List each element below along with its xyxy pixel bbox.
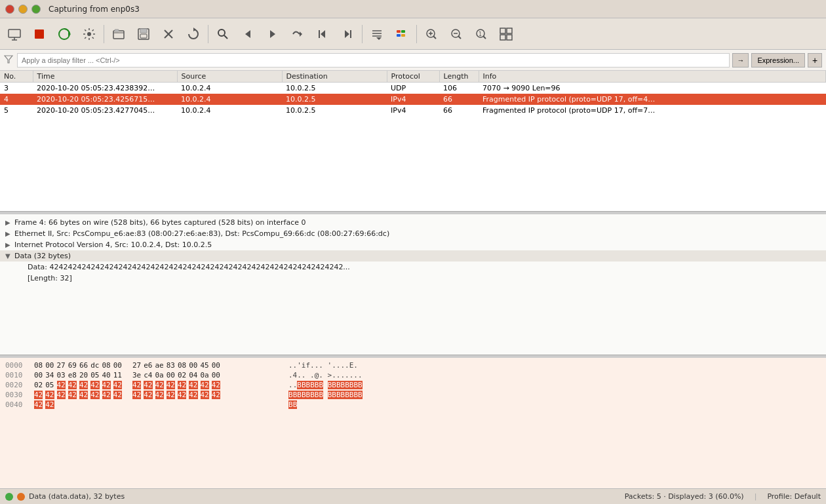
- cell-time: 2020-10-20 05:05:23.4277045…: [33, 105, 177, 116]
- expander-icon[interactable]: ▼: [5, 252, 12, 260]
- hex-ascii: .4.. .@. >.......: [288, 371, 367, 379]
- col-time: Time: [33, 71, 177, 83]
- titlebar: Capturing from enp0s3: [0, 0, 826, 18]
- hex-byte: 42: [189, 381, 197, 389]
- statusbar: Data (data.data), 32 bytes Packets: 5 · …: [0, 488, 826, 504]
- hex-row: 00404242BB: [0, 400, 826, 410]
- detail-row[interactable]: ▶Frame 4: 66 bytes on wire (528 bits), 6…: [0, 217, 826, 228]
- detail-text: Data (32 bytes): [14, 252, 71, 260]
- stop-button[interactable]: [28, 22, 51, 46]
- minimize-button[interactable]: [18, 5, 28, 14]
- restart-button[interactable]: [52, 22, 76, 46]
- sep4: [416, 25, 417, 43]
- hex-byte: 42: [189, 391, 197, 399]
- hex-byte: 00: [45, 361, 54, 370]
- zoom-in-button[interactable]: [420, 22, 443, 46]
- sep2: [208, 25, 208, 43]
- detail-row[interactable]: Data: 4242424242424242424242424242424242…: [0, 262, 826, 273]
- expander-icon[interactable]: ▶: [5, 219, 12, 226]
- hex-byte: 42: [212, 381, 220, 389]
- filter-arrow-button[interactable]: →: [732, 53, 749, 68]
- cell-protocol: IPv4: [387, 94, 439, 105]
- hex-ascii: BB: [288, 400, 367, 409]
- status-left: Data (data.data), 32 bytes: [5, 492, 625, 501]
- profile-text: Profile: Default: [767, 492, 821, 501]
- hex-byte: 42: [45, 400, 54, 409]
- hex-byte: 0a: [155, 371, 164, 379]
- close-button[interactable]: [5, 5, 14, 14]
- reload-button[interactable]: [182, 22, 205, 46]
- hex-byte: 66: [79, 361, 88, 370]
- hex-byte: 83: [167, 361, 175, 370]
- detail-row[interactable]: ▼Data (32 bytes): [0, 250, 826, 262]
- open-button[interactable]: [107, 22, 130, 46]
- svg-rect-31: [401, 34, 405, 37]
- zoom-normal-button[interactable]: 1: [469, 22, 493, 46]
- detail-row[interactable]: [Length: 32]: [0, 273, 826, 284]
- svg-marker-19: [300, 31, 302, 37]
- hex-byte: 42: [201, 391, 209, 399]
- packet-row[interactable]: 42020-10-20 05:05:23.4256715…10.0.2.410.…: [0, 94, 826, 105]
- col-source: Source: [177, 71, 282, 83]
- zoom-out-button[interactable]: [444, 22, 468, 46]
- hex-row: 00000800276966dc080027e6ae8308004500..'i…: [0, 360, 826, 370]
- hex-byte: 00: [167, 371, 175, 379]
- detail-text: Ethernet II, Src: PcsCompu_e6:ae:83 (08:…: [14, 229, 389, 238]
- cell-no: 4: [0, 94, 33, 105]
- hex-offset: 0040: [5, 400, 29, 409]
- find-button[interactable]: [211, 22, 235, 46]
- window-title: Capturing from enp0s3: [49, 5, 140, 14]
- status-text: Data (data.data), 32 bytes: [29, 492, 125, 501]
- hex-byte: 42: [45, 391, 54, 399]
- detail-row[interactable]: ▶Ethernet II, Src: PcsCompu_e6:ae:83 (08…: [0, 228, 826, 239]
- hex-byte: 42: [144, 391, 152, 399]
- add-filter-button[interactable]: +: [808, 53, 822, 68]
- packet-row[interactable]: 52020-10-20 05:05:23.4277045…10.0.2.410.…: [0, 105, 826, 116]
- autoscroll-button[interactable]: [365, 22, 389, 46]
- hex-bytes-group: 0800276966dc080027e6ae8308004500: [34, 361, 283, 370]
- hex-row: 002002054242424242424242424242424242..BB…: [0, 380, 826, 390]
- close-file-button[interactable]: [157, 22, 180, 46]
- hex-ascii: BBBBBBBB BBBBBBBB: [288, 391, 367, 399]
- save-button[interactable]: [132, 22, 155, 46]
- interface-button[interactable]: [3, 22, 26, 46]
- prev-button[interactable]: [236, 22, 260, 46]
- expander-icon[interactable]: ▶: [5, 241, 12, 248]
- hex-byte: 42: [68, 381, 77, 389]
- hex-byte: 27: [132, 361, 141, 370]
- detail-text: Frame 4: 66 bytes on wire (528 bits), 66…: [14, 218, 306, 227]
- hex-byte: 42: [90, 391, 99, 399]
- expression-button[interactable]: Expression...: [751, 53, 805, 68]
- hex-bytes-group: 42424242424242424242424242424242: [34, 391, 283, 399]
- filter-input[interactable]: [17, 53, 730, 68]
- col-protocol: Protocol: [387, 71, 439, 83]
- cell-source: 10.0.2.4: [177, 94, 282, 105]
- detail-row[interactable]: ▶Internet Protocol Version 4, Src: 10.0.…: [0, 239, 826, 250]
- last-button[interactable]: [336, 22, 359, 46]
- jump-button[interactable]: [286, 22, 309, 46]
- next-button[interactable]: [261, 22, 285, 46]
- packet-row[interactable]: 32020-10-20 05:05:23.4238392…10.0.2.410.…: [0, 83, 826, 94]
- hex-byte: 00: [34, 371, 43, 379]
- hex-byte: 11: [113, 371, 122, 379]
- hex-bytes-group: 4242: [34, 400, 283, 409]
- hex-byte: 42: [113, 391, 122, 399]
- svg-rect-7: [113, 31, 124, 39]
- svg-rect-44: [500, 35, 505, 40]
- expander-icon[interactable]: ▶: [5, 230, 12, 237]
- svg-line-37: [458, 36, 461, 39]
- packet-list-header: No. Time Source Destination Protocol Len…: [0, 71, 826, 83]
- options-button[interactable]: [77, 22, 101, 46]
- cell-length: 66: [439, 105, 479, 116]
- cell-info: Fragmented IP protocol (proto=UDP 17, of…: [479, 105, 826, 116]
- maximize-button[interactable]: [31, 5, 41, 14]
- status-dot-green: [5, 493, 13, 501]
- svg-marker-46: [5, 56, 12, 63]
- svg-rect-3: [35, 29, 44, 39]
- hex-byte: 42: [178, 381, 186, 389]
- packet-list: No. Time Source Destination Protocol Len…: [0, 71, 826, 212]
- expand-subviews-button[interactable]: [494, 22, 518, 46]
- first-button[interactable]: [311, 22, 334, 46]
- hex-byte: 27: [57, 361, 66, 370]
- colorize-button[interactable]: [390, 22, 414, 46]
